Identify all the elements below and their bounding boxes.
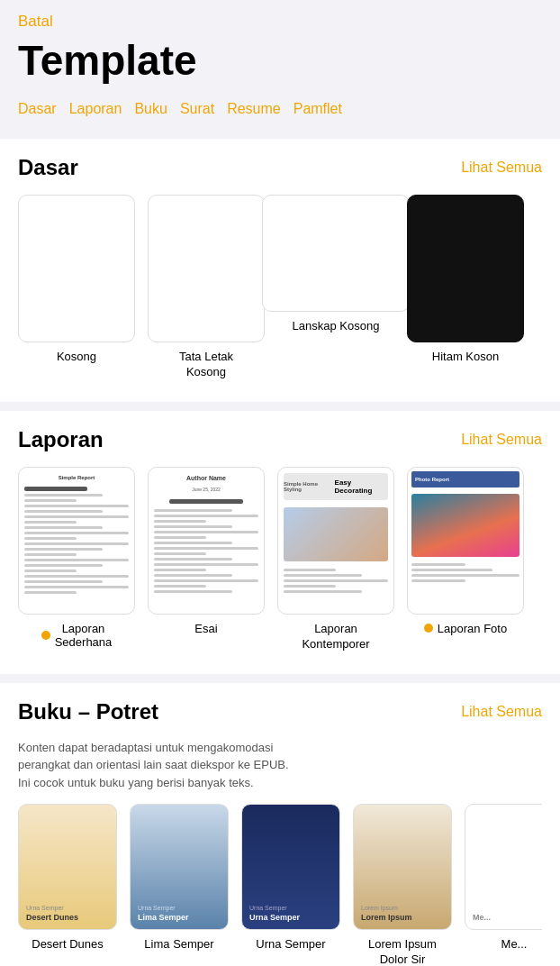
template-laporan-foto[interactable]: Photo Report Laporan Foto xyxy=(407,467,524,652)
template-kosong-thumb xyxy=(18,195,135,342)
template-laporan-sederhana[interactable]: Simple Report xyxy=(18,467,135,652)
laporan-template-row: Simple Report xyxy=(18,467,542,652)
tab-surat[interactable]: Surat xyxy=(180,97,227,121)
template-garden[interactable]: Lorem Ipsum Lorem Ipsum Lorem IpsumDolor… xyxy=(353,804,452,966)
template-lima-semper[interactable]: Urna Semper Lima Semper Lima Semper xyxy=(130,804,229,966)
buku-template-row: Urna Semper Desert Dunes Desert Dunes Ur… xyxy=(18,804,542,966)
tab-dasar[interactable]: Dasar xyxy=(18,97,69,121)
template-more-label: Me... xyxy=(501,937,528,952)
template-lanskap[interactable]: Lanskap Kosong xyxy=(277,195,394,380)
tab-pamflet[interactable]: Pamflet xyxy=(294,97,355,121)
template-tata-letak-label: Tata LetakKosong xyxy=(179,350,233,380)
dasar-title: Dasar xyxy=(18,155,78,180)
template-lima-label: Lima Semper xyxy=(144,937,213,952)
template-urna-label: Urna Semper xyxy=(256,937,325,952)
template-laporan-kontemporer-label: LaporanKontemporer xyxy=(302,622,369,652)
template-laporan-foto-label: Laporan Foto xyxy=(424,622,507,635)
buku-section: Buku – Potret Lihat Semua Konten dapat b… xyxy=(0,683,560,966)
template-esai[interactable]: Author Name June 25, 2022 xyxy=(148,467,265,652)
orange-dot-laporan-sederhana xyxy=(41,631,50,640)
orange-dot-laporan-foto xyxy=(424,624,433,633)
dasar-section: Dasar Lihat Semua Kosong Tata LetakKoson… xyxy=(0,139,560,402)
template-hitam-label: Hitam Koson xyxy=(432,350,499,365)
template-desert-thumb: Urna Semper Desert Dunes xyxy=(18,804,117,930)
template-kosong[interactable]: Kosong xyxy=(18,195,135,380)
laporan-see-all[interactable]: Lihat Semua xyxy=(461,432,542,448)
template-laporan-kontemporer[interactable]: Simple Home StylingEasy Decorating Lapor… xyxy=(277,467,394,652)
header: Batal Template Dasar Laporan Buku Surat … xyxy=(0,0,560,130)
buku-section-header: Buku – Potret Lihat Semua xyxy=(18,699,542,724)
template-lanskap-label: Lanskap Kosong xyxy=(293,319,380,334)
template-kosong-label: Kosong xyxy=(57,350,96,365)
template-desert-label: Desert Dunes xyxy=(32,937,103,952)
template-esai-label: Esai xyxy=(194,622,217,637)
dasar-see-all[interactable]: Lihat Semua xyxy=(461,159,542,176)
template-hitam-thumb xyxy=(407,195,524,342)
template-laporan-foto-thumb: Photo Report xyxy=(407,467,524,615)
tab-resume[interactable]: Resume xyxy=(227,97,294,121)
template-laporan-kontemporer-thumb: Simple Home StylingEasy Decorating xyxy=(277,467,394,615)
template-lima-thumb: Urna Semper Lima Semper xyxy=(130,804,229,930)
template-garden-label: Lorem IpsumDolor Sir xyxy=(368,937,437,966)
category-nav: Dasar Laporan Buku Surat Resume Pamflet xyxy=(18,97,542,130)
dasar-section-header: Dasar Lihat Semua xyxy=(18,155,542,180)
template-laporan-sederhana-thumb: Simple Report xyxy=(18,467,135,615)
laporan-title: Laporan xyxy=(18,427,104,452)
tab-laporan[interactable]: Laporan xyxy=(69,97,135,121)
template-lanskap-thumb xyxy=(262,195,410,312)
batal-button[interactable]: Batal xyxy=(18,13,53,31)
template-garden-thumb: Lorem Ipsum Lorem Ipsum xyxy=(353,804,452,930)
template-hitam[interactable]: Hitam Koson xyxy=(407,195,524,380)
template-esai-thumb: Author Name June 25, 2022 xyxy=(148,467,265,615)
dasar-template-row: Kosong Tata LetakKosong Lanskap Kosong H… xyxy=(18,195,542,380)
page-title: Template xyxy=(18,36,542,85)
template-desert-dunes[interactable]: Urna Semper Desert Dunes Desert Dunes xyxy=(18,804,117,966)
buku-title: Buku – Potret xyxy=(18,699,158,724)
tab-buku[interactable]: Buku xyxy=(134,97,179,121)
template-laporan-sederhana-label: LaporanSederhana xyxy=(41,622,113,649)
template-more-thumb: Me... xyxy=(465,804,542,930)
template-tata-letak-thumb xyxy=(148,195,265,342)
template-urna-semper[interactable]: Urna Semper Urna Semper Urna Semper xyxy=(241,804,340,966)
laporan-section-header: Laporan Lihat Semua xyxy=(18,427,542,452)
template-more[interactable]: Me... Me... xyxy=(465,804,542,966)
template-dark-blue-thumb: Urna Semper Urna Semper xyxy=(241,804,340,930)
laporan-section: Laporan Lihat Semua Simple Report xyxy=(0,411,560,674)
template-tata-letak[interactable]: Tata LetakKosong xyxy=(148,195,265,380)
buku-see-all[interactable]: Lihat Semua xyxy=(461,704,542,720)
buku-description: Konten dapat beradaptasi untuk mengakomo… xyxy=(18,739,542,792)
